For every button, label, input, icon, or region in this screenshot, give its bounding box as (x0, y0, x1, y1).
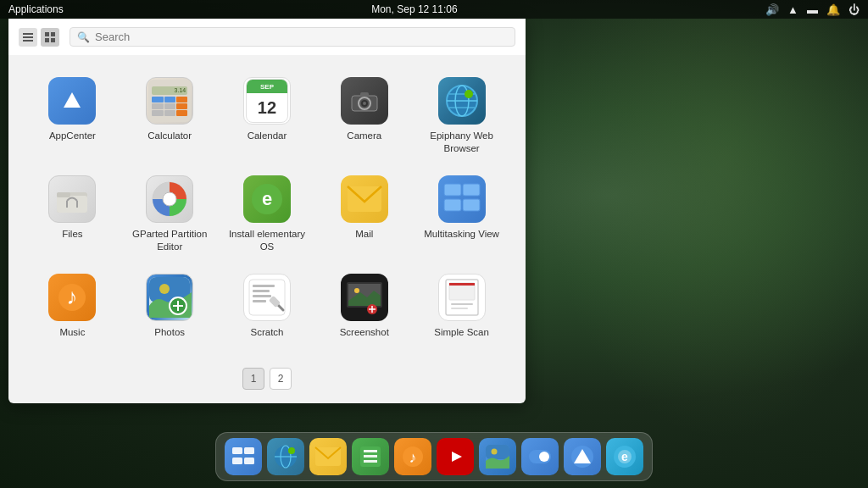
wifi-icon[interactable]: ▲ (787, 3, 798, 16)
simplescan-label: Simple Scan (434, 326, 489, 339)
apps-grid: AppCenter 3.14 Calculator (8, 55, 526, 361)
mail-label: Mail (355, 228, 373, 241)
svg-rect-23 (57, 192, 70, 197)
power-icon[interactable]: ⏻ (849, 3, 860, 16)
app-item-screenshot[interactable]: Screenshot (317, 265, 411, 347)
photos-icon (146, 274, 193, 321)
screenshot-label: Screenshot (340, 326, 389, 339)
svg-rect-63 (232, 458, 242, 464)
app-item-scratch[interactable]: Scratch (220, 265, 314, 347)
dock-item-photos[interactable] (479, 438, 516, 475)
svg-rect-44 (253, 285, 275, 287)
calculator-label: Calculator (147, 130, 192, 142)
svg-rect-61 (232, 447, 242, 454)
svg-rect-6 (51, 38, 55, 42)
app-item-simplescan[interactable]: Simple Scan (415, 265, 509, 347)
grid-view-button[interactable] (41, 28, 59, 47)
dock-item-appcenter[interactable] (564, 438, 601, 475)
search-bar: 🔍 (8, 19, 526, 55)
app-item-install[interactable]: e Install elementary OS (220, 167, 314, 262)
datetime-label: Mon, Sep 12 11:06 (371, 3, 457, 15)
app-item-calculator[interactable]: 3.14 Calculator (123, 69, 217, 164)
app-item-files[interactable]: Files (25, 167, 120, 262)
svg-rect-73 (364, 460, 377, 463)
volume-icon[interactable]: 🔊 (765, 3, 779, 16)
dock-item-settings[interactable] (521, 438, 559, 475)
svg-point-20 (465, 90, 473, 98)
epiphany-icon (438, 77, 486, 125)
svg-point-27 (163, 192, 176, 206)
calendar-label: Calendar (248, 130, 287, 142)
battery-icon[interactable]: ▬ (807, 3, 818, 16)
appcenter-icon (48, 77, 96, 125)
svg-text:e: e (262, 188, 272, 209)
svg-point-68 (288, 447, 295, 454)
multitasking-icon (438, 175, 486, 223)
dock-item-store[interactable]: e (606, 438, 643, 475)
svg-rect-60 (451, 308, 468, 309)
svg-text:e: e (621, 450, 628, 463)
svg-point-80 (492, 449, 498, 455)
page-1-button[interactable]: 1 (242, 368, 264, 390)
svg-rect-47 (253, 300, 266, 302)
topbar: Applications Mon, Sep 12 11:06 🔊 ▲ ▬ 🔔 ⏻ (0, 0, 868, 19)
svg-rect-5 (45, 38, 49, 42)
app-item-music[interactable]: ♪ Music (25, 265, 120, 347)
app-item-appcenter[interactable]: AppCenter (25, 69, 120, 164)
svg-rect-33 (444, 199, 461, 211)
search-input-wrap[interactable]: 🔍 (70, 27, 515, 47)
dock-item-spreadsheet[interactable] (352, 438, 389, 475)
multitasking-label: Multitasking View (424, 228, 499, 241)
app-item-calendar[interactable]: SEP 12 Calendar (220, 69, 314, 164)
notifications-icon[interactable]: 🔔 (826, 3, 840, 16)
page-2-button[interactable]: 2 (270, 368, 292, 390)
svg-text:♪: ♪ (409, 449, 417, 466)
photos-label: Photos (154, 326, 185, 339)
svg-rect-46 (253, 295, 271, 297)
view-toggle (19, 28, 59, 47)
dock-item-multitasking[interactable] (225, 438, 262, 475)
app-item-photos[interactable]: Photos (123, 265, 217, 347)
desktop: Applications Mon, Sep 12 11:06 🔊 ▲ ▬ 🔔 ⏻… (0, 0, 868, 488)
search-input[interactable] (95, 30, 508, 43)
dock-item-mail[interactable] (309, 438, 347, 475)
install-icon: e (243, 175, 291, 223)
svg-point-39 (159, 284, 170, 294)
app-item-gparted[interactable]: GParted Partition Editor (123, 167, 217, 262)
svg-rect-59 (451, 303, 473, 305)
svg-point-82 (539, 452, 549, 462)
svg-rect-71 (364, 450, 377, 452)
svg-rect-4 (51, 32, 55, 36)
svg-rect-3 (45, 32, 49, 36)
dock: ♪ e (215, 432, 653, 481)
app-menu-label[interactable]: Applications (8, 3, 64, 15)
svg-rect-72 (364, 455, 377, 458)
app-item-mail[interactable]: Mail (317, 167, 411, 262)
camera-label: Camera (347, 130, 381, 142)
dock-item-music[interactable]: ♪ (394, 438, 431, 475)
files-icon (48, 175, 96, 223)
files-label: Files (62, 228, 82, 241)
scratch-label: Scratch (250, 326, 283, 339)
search-icon: 🔍 (77, 31, 90, 43)
scratch-icon (243, 274, 291, 321)
camera-icon (341, 77, 388, 125)
app-item-camera[interactable]: Camera (317, 69, 411, 164)
app-item-multitasking[interactable]: Multitasking View (415, 167, 509, 262)
svg-point-12 (363, 102, 366, 105)
svg-rect-58 (449, 283, 475, 286)
app-item-epiphany[interactable]: Epiphany Web Browser (415, 69, 509, 164)
svg-rect-0 (23, 33, 33, 35)
epiphany-label: Epiphany Web Browser (420, 130, 504, 155)
dock-item-videos[interactable] (437, 438, 474, 475)
list-view-button[interactable] (19, 28, 37, 47)
mail-icon (341, 175, 388, 223)
dock-item-epiphany[interactable] (267, 438, 304, 475)
topbar-system-icons: 🔊 ▲ ▬ 🔔 ⏻ (765, 3, 860, 16)
music-label: Music (59, 326, 85, 339)
simplescan-icon (438, 274, 486, 321)
svg-marker-7 (64, 92, 81, 108)
music-icon: ♪ (48, 274, 96, 321)
svg-rect-13 (360, 92, 369, 97)
svg-rect-1 (23, 36, 33, 38)
